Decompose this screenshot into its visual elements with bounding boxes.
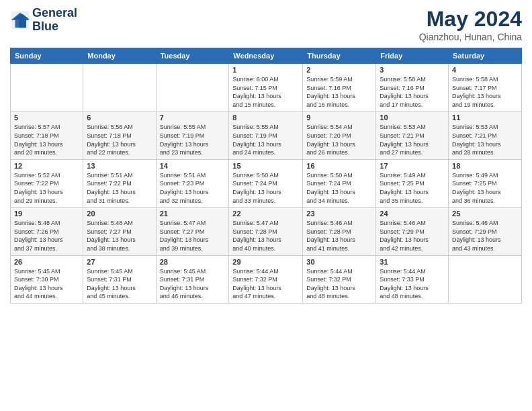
day-number: 7 — [160, 113, 226, 122]
day-number: 16 — [306, 162, 372, 170]
day-info: Sunrise: 5:53 AM Sunset: 7:21 PM Dayligh… — [452, 123, 518, 156]
day-cell: 25Sunrise: 5:46 AM Sunset: 7:29 PM Dayli… — [449, 208, 522, 255]
day-info: Sunrise: 5:44 AM Sunset: 7:32 PM Dayligh… — [232, 267, 299, 301]
day-info: Sunrise: 5:49 AM Sunset: 7:25 PM Dayligh… — [380, 171, 445, 205]
day-info: Sunrise: 5:45 AM Sunset: 7:31 PM Dayligh… — [160, 267, 226, 301]
day-number: 21 — [160, 210, 226, 218]
day-info: Sunrise: 5:46 AM Sunset: 7:28 PM Dayligh… — [306, 219, 372, 253]
week-row-2: 5Sunrise: 5:57 AM Sunset: 7:18 PM Daylig… — [11, 111, 522, 159]
day-info: Sunrise: 5:55 AM Sunset: 7:19 PM Dayligh… — [232, 123, 299, 156]
day-cell: 19Sunrise: 5:48 AM Sunset: 7:26 PM Dayli… — [11, 208, 83, 255]
day-cell: 4Sunrise: 5:58 AM Sunset: 7:17 PM Daylig… — [449, 64, 522, 111]
day-cell: 9Sunrise: 5:54 AM Sunset: 7:20 PM Daylig… — [303, 111, 376, 159]
day-number: 31 — [380, 258, 445, 266]
day-number: 17 — [380, 162, 445, 170]
day-info: Sunrise: 5:56 AM Sunset: 7:18 PM Dayligh… — [87, 123, 152, 156]
day-number: 13 — [87, 162, 152, 170]
day-cell: 1Sunrise: 6:00 AM Sunset: 7:15 PM Daylig… — [229, 64, 303, 111]
day-cell: 16Sunrise: 5:50 AM Sunset: 7:24 PM Dayli… — [303, 159, 376, 207]
col-thursday: Thursday — [303, 48, 376, 64]
day-info: Sunrise: 5:49 AM Sunset: 7:25 PM Dayligh… — [452, 171, 518, 205]
week-row-5: 26Sunrise: 5:45 AM Sunset: 7:30 PM Dayli… — [11, 255, 522, 303]
day-number: 1 — [232, 66, 299, 74]
page: General Blue May 2024 Qianzhou, Hunan, C… — [0, 0, 532, 411]
day-info: Sunrise: 5:46 AM Sunset: 7:29 PM Dayligh… — [380, 219, 445, 253]
col-sunday: Sunday — [11, 48, 83, 64]
day-info: Sunrise: 5:45 AM Sunset: 7:30 PM Dayligh… — [14, 267, 79, 301]
logo-line2: Blue — [32, 20, 77, 34]
col-monday: Monday — [83, 48, 156, 64]
day-info: Sunrise: 5:59 AM Sunset: 7:16 PM Dayligh… — [306, 75, 372, 109]
day-cell: 27Sunrise: 5:45 AM Sunset: 7:31 PM Dayli… — [83, 255, 156, 303]
day-number: 11 — [452, 113, 518, 122]
day-info: Sunrise: 6:00 AM Sunset: 7:15 PM Dayligh… — [232, 75, 299, 109]
day-number: 30 — [306, 258, 372, 266]
day-number: 20 — [87, 210, 152, 218]
day-number: 24 — [380, 210, 445, 218]
day-number: 28 — [160, 258, 226, 266]
week-row-1: 1Sunrise: 6:00 AM Sunset: 7:15 PM Daylig… — [11, 64, 522, 111]
header-row: Sunday Monday Tuesday Wednesday Thursday… — [11, 48, 522, 64]
calendar: Sunday Monday Tuesday Wednesday Thursday… — [10, 48, 522, 304]
day-number: 25 — [452, 210, 518, 218]
day-info: Sunrise: 5:48 AM Sunset: 7:27 PM Dayligh… — [87, 219, 152, 253]
day-cell: 29Sunrise: 5:44 AM Sunset: 7:32 PM Dayli… — [229, 255, 303, 303]
day-info: Sunrise: 5:58 AM Sunset: 7:17 PM Dayligh… — [452, 75, 518, 109]
logo-text: General Blue — [32, 7, 77, 34]
day-info: Sunrise: 5:46 AM Sunset: 7:29 PM Dayligh… — [452, 219, 518, 253]
day-number: 26 — [14, 258, 79, 266]
day-info: Sunrise: 5:45 AM Sunset: 7:31 PM Dayligh… — [87, 267, 152, 301]
day-cell: 24Sunrise: 5:46 AM Sunset: 7:29 PM Dayli… — [376, 208, 449, 255]
day-cell: 13Sunrise: 5:51 AM Sunset: 7:22 PM Dayli… — [83, 159, 156, 207]
day-info: Sunrise: 5:47 AM Sunset: 7:27 PM Dayligh… — [160, 219, 226, 253]
day-number: 10 — [380, 113, 445, 122]
day-info: Sunrise: 5:53 AM Sunset: 7:21 PM Dayligh… — [380, 123, 445, 156]
day-info: Sunrise: 5:50 AM Sunset: 7:24 PM Dayligh… — [232, 171, 299, 205]
day-cell: 26Sunrise: 5:45 AM Sunset: 7:30 PM Dayli… — [11, 255, 83, 303]
day-number: 8 — [232, 113, 299, 122]
day-cell: 31Sunrise: 5:44 AM Sunset: 7:33 PM Dayli… — [376, 255, 449, 303]
day-info: Sunrise: 5:44 AM Sunset: 7:33 PM Dayligh… — [380, 267, 445, 301]
logo: General Blue — [10, 7, 77, 34]
day-cell: 3Sunrise: 5:58 AM Sunset: 7:16 PM Daylig… — [376, 64, 449, 111]
day-cell — [83, 64, 156, 111]
day-number: 27 — [87, 258, 152, 266]
day-cell — [156, 64, 229, 111]
day-cell: 10Sunrise: 5:53 AM Sunset: 7:21 PM Dayli… — [376, 111, 449, 159]
day-cell: 8Sunrise: 5:55 AM Sunset: 7:19 PM Daylig… — [229, 111, 303, 159]
day-number: 12 — [14, 162, 79, 170]
day-cell — [449, 255, 522, 303]
day-cell: 2Sunrise: 5:59 AM Sunset: 7:16 PM Daylig… — [303, 64, 376, 111]
day-number: 19 — [14, 210, 79, 218]
day-cell: 28Sunrise: 5:45 AM Sunset: 7:31 PM Dayli… — [156, 255, 229, 303]
day-number: 14 — [160, 162, 226, 170]
location: Qianzhou, Hunan, China — [419, 32, 522, 42]
day-number: 15 — [232, 162, 299, 170]
day-cell: 17Sunrise: 5:49 AM Sunset: 7:25 PM Dayli… — [376, 159, 449, 207]
week-row-3: 12Sunrise: 5:52 AM Sunset: 7:22 PM Dayli… — [11, 159, 522, 207]
day-info: Sunrise: 5:54 AM Sunset: 7:20 PM Dayligh… — [306, 123, 372, 156]
day-cell: 15Sunrise: 5:50 AM Sunset: 7:24 PM Dayli… — [229, 159, 303, 207]
day-number: 18 — [452, 162, 518, 170]
day-number: 29 — [232, 258, 299, 266]
col-saturday: Saturday — [449, 48, 522, 64]
day-cell: 5Sunrise: 5:57 AM Sunset: 7:18 PM Daylig… — [11, 111, 83, 159]
title-block: May 2024 Qianzhou, Hunan, China — [419, 7, 522, 42]
day-number: 5 — [14, 113, 79, 122]
day-info: Sunrise: 5:47 AM Sunset: 7:28 PM Dayligh… — [232, 219, 299, 253]
day-info: Sunrise: 5:57 AM Sunset: 7:18 PM Dayligh… — [14, 123, 79, 156]
col-tuesday: Tuesday — [156, 48, 229, 64]
day-cell: 20Sunrise: 5:48 AM Sunset: 7:27 PM Dayli… — [83, 208, 156, 255]
day-cell: 18Sunrise: 5:49 AM Sunset: 7:25 PM Dayli… — [449, 159, 522, 207]
day-info: Sunrise: 5:55 AM Sunset: 7:19 PM Dayligh… — [160, 123, 226, 156]
week-row-4: 19Sunrise: 5:48 AM Sunset: 7:26 PM Dayli… — [11, 208, 522, 255]
day-cell — [11, 64, 83, 111]
day-cell: 11Sunrise: 5:53 AM Sunset: 7:21 PM Dayli… — [449, 111, 522, 159]
day-cell: 6Sunrise: 5:56 AM Sunset: 7:18 PM Daylig… — [83, 111, 156, 159]
logo-icon — [10, 10, 30, 30]
day-cell: 23Sunrise: 5:46 AM Sunset: 7:28 PM Dayli… — [303, 208, 376, 255]
day-cell: 22Sunrise: 5:47 AM Sunset: 7:28 PM Dayli… — [229, 208, 303, 255]
day-cell: 7Sunrise: 5:55 AM Sunset: 7:19 PM Daylig… — [156, 111, 229, 159]
day-info: Sunrise: 5:58 AM Sunset: 7:16 PM Dayligh… — [380, 75, 445, 109]
day-info: Sunrise: 5:50 AM Sunset: 7:24 PM Dayligh… — [306, 171, 372, 205]
